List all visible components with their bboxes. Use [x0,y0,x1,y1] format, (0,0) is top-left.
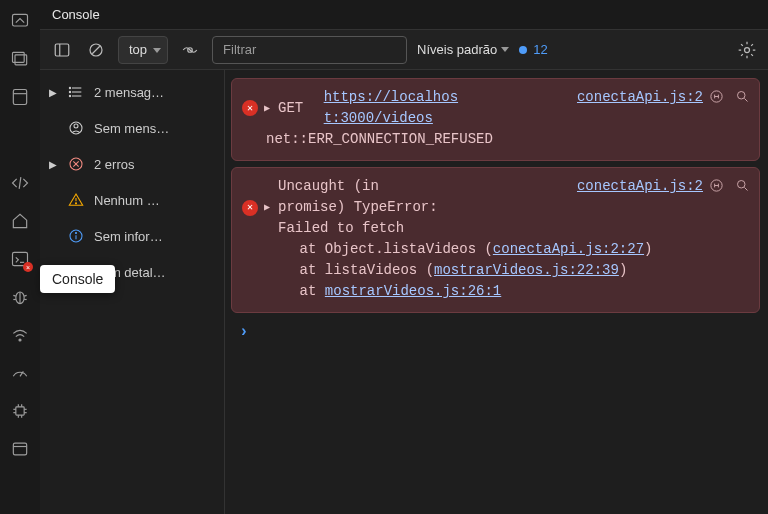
svg-rect-2 [13,52,25,62]
expand-triangle-icon[interactable]: ▶ [264,200,270,215]
svg-point-56 [737,180,745,188]
filter-input[interactable] [212,36,407,64]
svg-rect-1 [15,55,27,65]
gauge-icon[interactable] [5,358,35,388]
settings-gear-icon[interactable] [736,39,758,61]
home-icon[interactable] [5,206,35,236]
magnify-icon[interactable] [733,176,751,194]
list-icon [66,82,86,102]
svg-point-45 [75,203,76,204]
console-prompt-icon[interactable]: › [231,319,760,345]
stack-link[interactable]: conectaApi.js:2:27 [493,241,644,257]
window-icon[interactable] [5,44,35,74]
live-expression-icon[interactable] [178,38,202,62]
sidebar-user-messages[interactable]: Sem mens… [40,110,224,146]
console-toolbar: top Níveis padrão 12 [40,30,768,70]
sidebar-messages[interactable]: ▶ 2 mensag… [40,74,224,110]
source-link[interactable]: conectaApi.js:2 [577,176,703,197]
svg-point-37 [69,91,70,92]
sidebar-toggle-icon[interactable] [50,38,74,62]
svg-rect-3 [13,90,26,105]
app-icon[interactable] [5,434,35,464]
svg-line-12 [24,295,26,296]
warning-triangle-icon [66,190,86,210]
code-icon[interactable] [5,168,35,198]
svg-point-14 [19,339,21,341]
activity-bar: × [0,0,40,514]
info-circle-icon [66,226,86,246]
error-indicator-dot: × [23,262,33,272]
person-icon [66,118,86,138]
svg-rect-0 [13,14,28,26]
source-link[interactable]: conectaApi.js:2 [577,87,703,108]
console-log-area: conectaApi.js:2 ✕ ▶ GET https://localhos… [225,70,768,514]
svg-point-32 [745,47,750,52]
stack-trace-icon[interactable] [707,87,725,105]
context-selector[interactable]: top [118,36,168,64]
expand-triangle-icon[interactable]: ▶ [264,101,270,116]
error-log-network[interactable]: conectaApi.js:2 ✕ ▶ GET https://localhos… [231,78,760,161]
sidebar-info[interactable]: Sem infor… [40,218,224,254]
error-circle-icon [66,154,86,174]
error-log-exception[interactable]: conectaApi.js:2 ✕ ▶ Uncaught (inpromise)… [231,167,760,313]
svg-point-36 [69,87,70,88]
svg-line-54 [744,98,747,101]
magnify-icon[interactable] [733,87,751,105]
stack-link[interactable]: mostrarVideos.js:22:39 [434,262,619,278]
issues-badge[interactable]: 12 [519,42,547,57]
svg-line-10 [13,295,16,296]
clear-console-icon[interactable] [84,38,108,62]
svg-point-48 [75,232,76,233]
stack-trace-icon[interactable] [707,176,725,194]
error-x-icon: ✕ [242,100,258,116]
main-panel: Console top Níveis padrão 12 ▶ 2 mensag…… [40,0,768,514]
svg-point-38 [69,95,70,96]
svg-line-5 [19,177,21,189]
svg-rect-27 [55,44,69,56]
error-x-icon: ✕ [242,200,258,216]
console-panel-icon[interactable]: × [5,244,35,274]
bug-icon[interactable] [5,282,35,312]
panel-tab-console[interactable]: Console [40,0,768,30]
stack-link[interactable]: mostrarVideos.js:26:1 [325,283,501,299]
page-icon[interactable] [5,82,35,112]
console-tooltip: Console [40,265,115,293]
svg-rect-25 [13,443,26,455]
log-levels-selector[interactable]: Níveis padrão [417,42,509,57]
svg-line-57 [744,187,747,190]
svg-line-30 [92,46,100,54]
svg-point-53 [737,91,745,99]
wifi-icon[interactable] [5,320,35,350]
svg-point-40 [74,124,78,128]
request-url-link[interactable]: https://localhost:3000/videos [324,87,458,129]
panel-top-icon[interactable] [5,6,35,36]
svg-rect-16 [16,407,24,415]
chip-icon[interactable] [5,396,35,426]
sidebar-warnings[interactable]: Nenhum … [40,182,224,218]
sidebar-errors[interactable]: ▶ 2 erros [40,146,224,182]
